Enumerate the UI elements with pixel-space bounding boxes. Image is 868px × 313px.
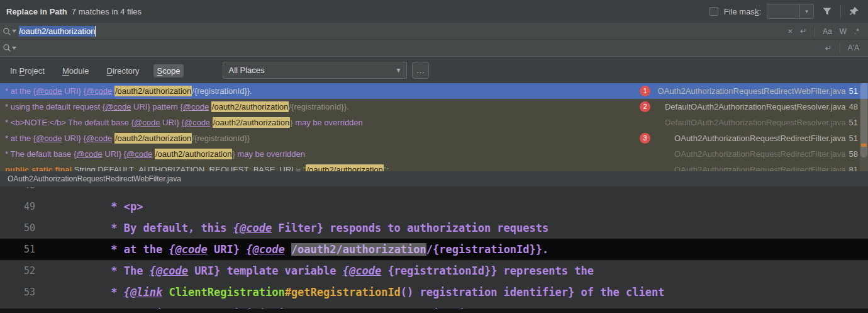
dialog-header: Replace in Path 7 matches in 4 files Fil… xyxy=(0,0,868,23)
field-divider xyxy=(840,43,840,53)
result-line-number: 51 xyxy=(849,118,858,127)
results-scrollbar[interactable] xyxy=(860,83,868,171)
text-segment: /oauth2/authorization xyxy=(291,243,426,256)
preview-tab[interactable]: OAuth2AuthorizationRequestRedirectWebFil… xyxy=(8,174,181,183)
text-segment: * <b>NOTE:</b> The default base xyxy=(5,118,131,127)
result-file-name: OAuth2AuthorizationRequestRedirectFilter… xyxy=(674,149,845,159)
scope-bar: In ProjectModuleDirectoryScope All Place… xyxy=(0,57,868,83)
gutter-line-number: 48 xyxy=(0,187,44,196)
preserve-case-icon[interactable]: A'A xyxy=(848,43,859,52)
regex-icon[interactable]: .* xyxy=(854,27,859,36)
text-segment: Filter} responds to authorization reques… xyxy=(272,222,548,234)
text-segment: public static final xyxy=(5,165,72,171)
scope-tab-directory[interactable]: Directory xyxy=(103,64,143,77)
scope-tab-in-project[interactable]: In Project xyxy=(6,64,48,77)
code-text: * at the {@code URI} {@code /oauth2/auth… xyxy=(44,239,548,260)
result-row[interactable]: * using the default request {@code URI} … xyxy=(0,99,868,115)
text-segment: {@code xyxy=(181,118,210,127)
result-file-name: DefaultOAuth2AuthorizationRequestResolve… xyxy=(665,118,846,127)
text-segment: * The xyxy=(104,265,150,277)
search-input-value[interactable]: /oauth2/authorization xyxy=(19,26,96,37)
gutter-line-number: 53 xyxy=(0,282,44,303)
code-text: * By default, this {@code Filter} respon… xyxy=(44,217,548,239)
text-segment: {@code xyxy=(246,243,284,256)
scrollbar-mark xyxy=(861,144,867,147)
text-segment: may be overridden xyxy=(293,118,363,127)
scope-tab-scope[interactable]: Scope xyxy=(153,64,184,77)
text-segment: * xyxy=(104,187,117,191)
file-mask-checkbox[interactable] xyxy=(709,7,718,16)
text-segment: {registrationId}} represents the xyxy=(381,265,594,277)
result-file-info: OAuth2AuthorizationRequestRedirectFilter… xyxy=(674,146,858,162)
result-row[interactable]: * at the {@code URI} {@code /oauth2/auth… xyxy=(0,83,868,99)
text-segment: may be overridden xyxy=(235,149,305,159)
editor-line[interactable]: 52 * The {@code URI} template variable {… xyxy=(0,260,868,282)
text-segment: #getRegistrationId xyxy=(285,286,401,299)
result-file-info: DefaultOAuth2AuthorizationRequestResolve… xyxy=(665,99,858,115)
result-file-name: OAuth2AuthorizationRequestRedirectFilter… xyxy=(674,165,845,171)
scope-more-button[interactable]: ... xyxy=(412,62,429,79)
text-segment: /oauth2/authorization xyxy=(213,117,290,128)
filter-icon[interactable] xyxy=(820,4,835,19)
editor-line[interactable]: 54 * that is used for initiating the OAu… xyxy=(0,303,868,309)
text-segment xyxy=(285,243,291,256)
editor-line[interactable]: 51 * at the {@code URI} {@code /oauth2/a… xyxy=(0,239,868,260)
result-row[interactable]: * The default base {@code URI} {@code /o… xyxy=(0,146,868,162)
text-segment: URI} template variable xyxy=(188,265,343,277)
text-segment: {@code xyxy=(180,102,209,111)
newline-icon[interactable]: ↵ xyxy=(800,26,807,36)
result-file-info: OAuth2AuthorizationRequestRedirectFilter… xyxy=(674,130,858,146)
replace-history-icon[interactable] xyxy=(0,43,19,52)
text-segment: * The default base xyxy=(5,149,74,159)
text-segment: URI} xyxy=(208,243,246,256)
search-field[interactable]: /oauth2/authorization × ↵ Aa W .* xyxy=(0,23,868,40)
text-segment: URI} xyxy=(103,149,124,159)
result-file-name: OAuth2AuthorizationRequestRedirectFilter… xyxy=(674,134,845,143)
words-icon[interactable]: W xyxy=(840,27,847,36)
text-segment: /{registrationId}}. xyxy=(192,86,252,96)
gutter-line-number: 52 xyxy=(0,260,44,282)
clear-icon[interactable]: × xyxy=(787,26,793,36)
text-segment: /oauth2/authorization xyxy=(114,133,192,144)
text-segment: {@code xyxy=(150,265,188,277)
search-history-icon[interactable] xyxy=(0,27,19,36)
scope-places-combo[interactable]: All Places ▼ xyxy=(223,62,407,79)
editor-line[interactable]: 53 * {@link ClientRegistration#getRegist… xyxy=(0,282,868,303)
text-segment: * at the xyxy=(5,134,33,143)
match-case-icon[interactable]: Aa xyxy=(823,27,832,36)
result-line-number: 81 xyxy=(849,165,858,171)
file-mask-combo[interactable]: ▾ xyxy=(767,4,814,19)
newline-icon[interactable]: ↵ xyxy=(825,43,832,53)
text-segment: {@code xyxy=(103,102,131,111)
editor-line[interactable]: 49 * <p> xyxy=(0,196,868,217)
text-segment: /oauth2/authorization xyxy=(114,86,192,96)
result-line-number: 58 xyxy=(849,149,858,159)
chevron-down-icon[interactable]: ▾ xyxy=(799,4,813,18)
result-line-number: 51 xyxy=(849,86,858,96)
result-line-number: 48 xyxy=(849,102,858,111)
text-segment: {@code xyxy=(169,243,207,256)
code-text: * that is used for initiating the OAuth … xyxy=(44,303,530,309)
replace-field[interactable]: ↵ A'A xyxy=(0,40,868,57)
pin-icon[interactable] xyxy=(847,4,862,19)
file-order-badge: 2 xyxy=(640,101,650,112)
text-segment: {@code xyxy=(131,118,160,127)
text-segment: * at the xyxy=(5,86,33,96)
preview-editor[interactable]: 48 *49 * <p>50 * By default, this {@code… xyxy=(0,187,868,309)
result-row[interactable]: * <b>NOTE:</b> The default base {@code U… xyxy=(0,115,868,130)
editor-line[interactable]: 50 * By default, this {@code Filter} res… xyxy=(0,217,868,239)
text-segment: {@code xyxy=(343,265,381,277)
scope-tab-module[interactable]: Module xyxy=(58,64,93,77)
text-segment: {@code xyxy=(84,134,113,143)
text-segment: * using the default request xyxy=(5,102,103,111)
result-row[interactable]: public static final String DEFAULT_AUTHO… xyxy=(0,162,868,171)
editor-line[interactable]: 48 * xyxy=(0,187,868,196)
result-row[interactable]: * at the {@code URI} {@code /oauth2/auth… xyxy=(0,130,868,146)
preview-tab-bar: OAuth2AuthorizationRequestRedirectWebFil… xyxy=(0,171,868,187)
text-segment: {@code xyxy=(233,222,272,234)
text-segment: String DEFAULT_AUTHORIZATION_REQUEST_BAS… xyxy=(72,165,303,171)
text-segment xyxy=(162,286,169,299)
result-file-info: OAuth2AuthorizationRequestRedirectWebFil… xyxy=(658,83,858,99)
text-segment: ClientRegistration xyxy=(169,286,284,299)
text-segment: {@code xyxy=(84,86,113,96)
